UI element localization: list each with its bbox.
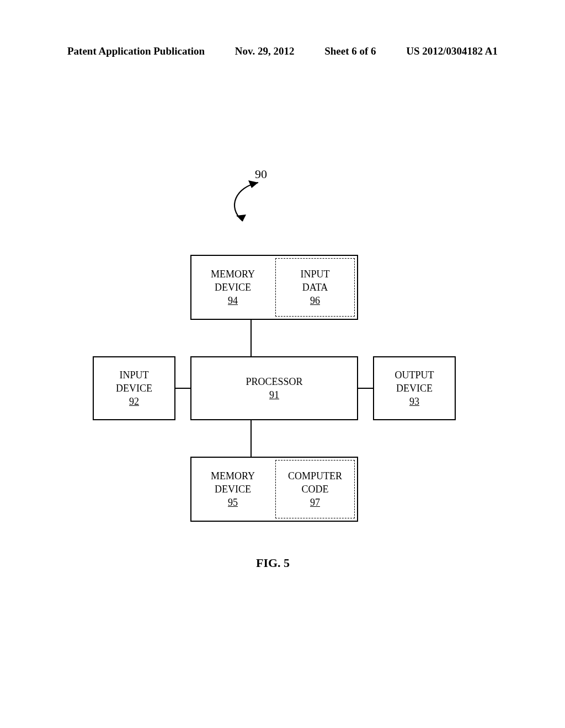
output-device-label1: OUTPUT xyxy=(374,368,455,382)
output-device-box: OUTPUT DEVICE 93 xyxy=(373,356,456,420)
memory-bottom-ref: 95 xyxy=(191,496,274,509)
processor-ref: 91 xyxy=(191,388,357,402)
input-data-box: INPUT DATA 96 xyxy=(275,258,355,317)
connector-input-processor xyxy=(175,388,190,389)
processor-label: PROCESSOR xyxy=(191,375,357,388)
computer-code-label1: COMPUTER xyxy=(276,469,354,483)
connector-processor-output xyxy=(358,388,373,389)
doc-number: US 2012/0304182 A1 xyxy=(406,45,498,57)
input-device-box: INPUT DEVICE 92 xyxy=(93,356,175,420)
pub-type: Patent Application Publication xyxy=(67,45,205,57)
system-ref-text: 90 xyxy=(255,168,267,181)
input-data-label2: DATA xyxy=(276,281,354,294)
input-device-label2: DEVICE xyxy=(94,382,174,395)
pub-date: Nov. 29, 2012 xyxy=(235,45,295,57)
output-device-ref: 93 xyxy=(374,395,455,408)
memory-device-top-box: MEMORY DEVICE 94 INPUT DATA 96 xyxy=(190,255,358,320)
sheet-number: Sheet 6 of 6 xyxy=(324,45,376,57)
input-device-ref: 92 xyxy=(94,395,174,408)
computer-code-label2: CODE xyxy=(276,483,354,496)
memory-top-ref: 94 xyxy=(191,294,274,307)
connector-memtop-processor xyxy=(250,320,252,356)
memory-bottom-label: MEMORY DEVICE xyxy=(191,469,274,496)
connector-processor-membottom xyxy=(250,420,252,457)
input-device-label1: INPUT xyxy=(94,368,174,382)
input-data-label1: INPUT xyxy=(276,267,354,281)
page-header: Patent Application Publication Nov. 29, … xyxy=(0,45,565,57)
processor-box: PROCESSOR 91 xyxy=(190,356,358,420)
system-ref-arrow: 90 xyxy=(221,168,287,231)
computer-code-ref: 97 xyxy=(276,496,354,509)
input-data-ref: 96 xyxy=(276,294,354,307)
memory-top-label: MEMORY DEVICE xyxy=(191,267,274,295)
svg-marker-1 xyxy=(248,180,258,188)
memory-device-bottom-box: MEMORY DEVICE 95 COMPUTER CODE 97 xyxy=(190,457,358,522)
figure-label: FIG. 5 xyxy=(256,556,290,570)
computer-code-box: COMPUTER CODE 97 xyxy=(275,460,355,518)
output-device-label2: DEVICE xyxy=(374,382,455,395)
